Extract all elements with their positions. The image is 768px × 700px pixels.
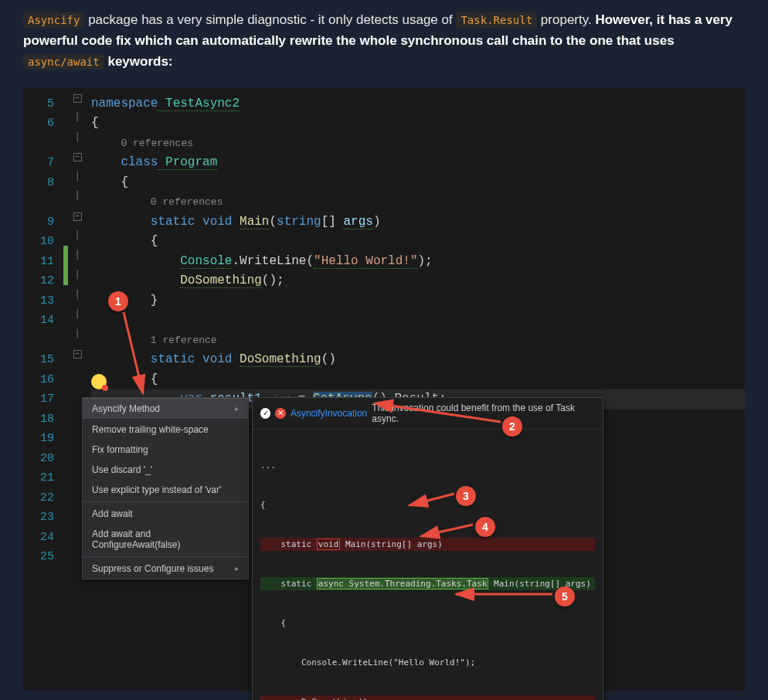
diagnostic-link[interactable]: AsyncifyInvocation	[291, 408, 367, 419]
fold-icon[interactable]: −	[73, 212, 82, 221]
callout-2: 2	[502, 416, 522, 437]
menu-item-fix-formatting[interactable]: Fix formatting	[83, 440, 248, 460]
menu-item-explicit-type[interactable]: Use explicit type instead of 'var'	[83, 480, 248, 500]
fold-icon[interactable]: −	[73, 94, 82, 103]
lightbulb-icon[interactable]	[91, 374, 107, 389]
menu-item-suppress[interactable]: Suppress or Configure issues	[83, 559, 248, 579]
diff-view: ... { static void Main(string[] args) st…	[253, 430, 603, 700]
callout-1: 1	[108, 291, 128, 311]
preview-panel: ✓ ✕ AsyncifyInvocation This invocation c…	[252, 397, 603, 700]
change-margin	[62, 88, 70, 691]
fold-icon[interactable]: −	[73, 350, 82, 358]
diagnostic-message: This invocation could benefit from the u…	[372, 403, 595, 424]
menu-item-add-await-configure[interactable]: Add await and ConfigureAwait(false)	[83, 524, 248, 555]
inline-code-keyword: async/await	[23, 54, 104, 70]
line-number-gutter: 5 6 7 8 9 10 11 12 13 14 15 16 17 18 19 …	[23, 88, 62, 691]
preview-header: ✓ ✕ AsyncifyInvocation This invocation c…	[253, 398, 603, 430]
quick-actions-menu[interactable]: Asyncify Method Remove trailing white-sp…	[82, 397, 249, 579]
menu-item-use-discard[interactable]: Use discard '_'	[83, 460, 248, 480]
article-paragraph: Asyncify package has a very simple diagn…	[0, 0, 768, 88]
fold-gutter[interactable]: − │ │ − │ │ − │ │ │ │ │ │ −	[70, 88, 85, 691]
fold-icon[interactable]: −	[73, 153, 82, 161]
inline-code-property: Task.Result	[456, 12, 537, 28]
ide-screenshot: 5 6 7 8 9 10 11 12 13 14 15 16 17 18 19 …	[23, 88, 745, 691]
menu-item-add-await[interactable]: Add await	[83, 504, 248, 524]
callout-4: 4	[475, 517, 495, 537]
callout-5: 5	[555, 586, 575, 607]
callout-3: 3	[456, 486, 476, 506]
menu-item-asyncify[interactable]: Asyncify Method	[83, 398, 248, 420]
check-icon: ✓	[260, 408, 270, 419]
error-icon: ✕	[275, 408, 285, 419]
inline-code-package: Asyncify	[23, 12, 84, 28]
menu-item-trailing-whitespace[interactable]: Remove trailing white-space	[83, 420, 248, 440]
